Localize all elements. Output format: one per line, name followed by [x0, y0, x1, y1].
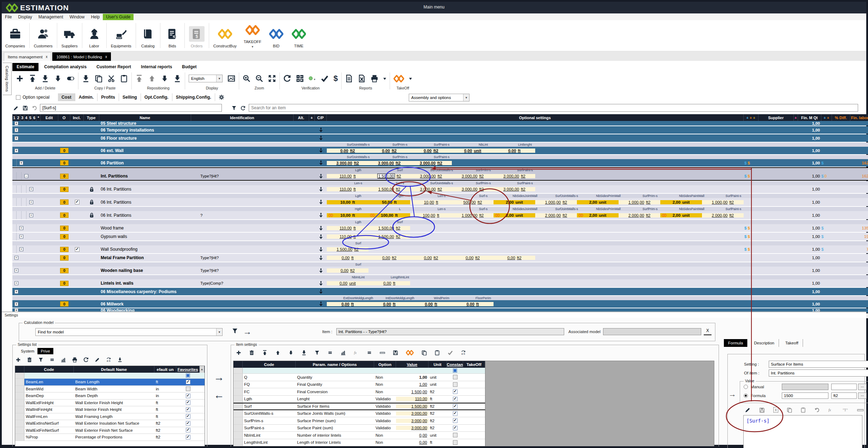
item-identification[interactable] — [191, 300, 294, 308]
item-name[interactable]: Int. Partitions — [99, 172, 191, 180]
value-cell[interactable]: 3 000,00ft2 — [327, 161, 368, 165]
expand-plus-icon[interactable]: + — [14, 121, 18, 125]
item-name[interactable]: 06 Miscellaneous carpentry: Podiums — [99, 288, 191, 295]
value-cell[interactable]: 2,00unit — [494, 213, 535, 217]
grid-col-identification[interactable]: Identification — [191, 114, 294, 121]
value-cell[interactable]: 2 000,00ft2 — [619, 213, 660, 217]
formula-radio[interactable] — [744, 394, 748, 398]
mode-button-shippingconfig[interactable]: Shipping.Config. — [172, 93, 215, 101]
supplier-cell[interactable] — [758, 254, 794, 262]
item-identification[interactable]: Type?|Ht? — [191, 172, 294, 180]
incl-cell[interactable] — [70, 147, 84, 154]
print-icon[interactable] — [72, 356, 77, 363]
tab-budget[interactable]: Budget — [178, 63, 201, 71]
cp-cell[interactable] — [315, 159, 327, 167]
clipboard-icon[interactable] — [120, 75, 128, 82]
apptb-orders[interactable]: Orders — [185, 20, 208, 51]
copy-icon[interactable] — [95, 75, 102, 82]
o-cell[interactable]: 0 — [58, 245, 70, 253]
param-value[interactable]: 110,00 — [396, 397, 429, 401]
item-identification[interactable]: Type?|Ht? — [191, 254, 294, 262]
option-special-checkbox[interactable]: Option special — [16, 95, 49, 100]
group-row[interactable]: +006 Millwork0,00ft0,00ft0,00ft0,00ft1,0… — [12, 300, 868, 308]
settings-row[interactable]: WallExtFinNetSurfWall Exterior Finish Ne… — [15, 427, 205, 434]
row-header[interactable] — [234, 396, 243, 403]
o-cell[interactable]: 0 — [58, 279, 70, 287]
o-cell[interactable]: 0 — [58, 300, 70, 308]
move-bottom-icon[interactable] — [301, 349, 307, 356]
item-setting-row[interactable]: SurfPaint-sSurface Paint (sum)Validatio3… — [234, 425, 485, 432]
expand-icon[interactable] — [268, 75, 276, 82]
value-cell[interactable]: 1 500,00ft2 — [368, 226, 410, 230]
incl-cell[interactable] — [70, 233, 84, 240]
param-value[interactable]: 3 000,00 — [396, 419, 429, 423]
chart-icon[interactable] — [61, 356, 66, 363]
edit-cell[interactable] — [41, 159, 58, 167]
move-top-icon[interactable] — [262, 349, 267, 356]
caret-down-icon[interactable] — [383, 75, 386, 82]
save-icon[interactable] — [393, 349, 398, 356]
paste-down-icon[interactable] — [82, 75, 90, 82]
apptb-labor[interactable]: Labor — [83, 20, 106, 51]
item-row[interactable]: +0Wood frame110,00ft1 500,00ft2$$1,00$13… — [12, 224, 868, 232]
supplier-cell[interactable] — [758, 245, 794, 253]
row-header[interactable] — [15, 413, 24, 420]
expand-icon[interactable]: + — [19, 235, 23, 239]
menu-item-display[interactable]: Display — [15, 14, 35, 20]
settings-row[interactable]: BeamLenBeam Lengthft — [15, 379, 205, 386]
value-cell[interactable]: 2,00unit — [660, 213, 702, 217]
value-cell[interactable]: 3 000,00ft2 — [452, 187, 494, 191]
expand-plus-icon[interactable]: + — [14, 128, 18, 132]
tab-estimate[interactable]: Estimate — [12, 63, 39, 71]
item-name[interactable]: 06 Temporary installations — [99, 126, 191, 134]
o-cell[interactable] — [58, 134, 70, 142]
value-cell[interactable]: 100,00ft — [368, 213, 410, 217]
apptb-catalog[interactable]: Catalog — [137, 20, 159, 51]
save-icon[interactable] — [759, 407, 765, 413]
thick-equals-icon[interactable] — [367, 349, 372, 356]
value-cell[interactable]: 2 000,00ft2 — [535, 213, 577, 217]
fin-m-qt-cell[interactable]: 1,00 — [798, 288, 821, 295]
value-cell[interactable]: 3 000,00ft2 — [410, 187, 452, 191]
fin-m-qt-cell[interactable]: 1,00 — [798, 185, 821, 193]
grid-col-right[interactable]: Supplier — [758, 114, 794, 121]
edit-cell[interactable] — [41, 233, 58, 240]
chevron-down-icon[interactable]: ▼ — [216, 328, 222, 336]
group-row[interactable]: +06 Floor structure1,00 — [12, 134, 868, 142]
o-cell[interactable]: 0 — [58, 147, 70, 154]
option-badge[interactable]: 0 — [60, 255, 69, 261]
checkbox-icon[interactable] — [16, 95, 20, 100]
item-field[interactable]: Int. Partitions - - Type?|Ht? — [336, 328, 564, 335]
item-name[interactable]: 06 ext. Wall — [99, 147, 191, 154]
value-cell[interactable]: 1 000,00ft2 — [619, 200, 660, 204]
grid-col-right[interactable]: + — [794, 114, 798, 121]
incl-cell[interactable] — [70, 126, 84, 134]
tab-takeoff[interactable]: Takeoff — [781, 339, 803, 347]
chart-icon[interactable] — [341, 349, 346, 356]
expand-plus-icon[interactable]: + — [14, 290, 18, 293]
tab-internal-reports[interactable]: Internal reports — [137, 63, 176, 71]
filter-row[interactable] — [234, 368, 485, 374]
status-dot-icon[interactable]: ▼ — [309, 75, 316, 82]
group-row[interactable]: +06 Miscellaneous carpentry: Podiums1,00 — [12, 288, 868, 295]
value-cell[interactable]: 0,00ft2 — [410, 256, 452, 260]
option-badge[interactable]: 0 — [60, 301, 69, 307]
option-badge[interactable]: 0 — [60, 281, 69, 286]
toggle-icon[interactable] — [67, 75, 75, 82]
move-top-icon[interactable] — [135, 75, 143, 82]
formula-input[interactable] — [40, 104, 222, 112]
value-cell[interactable]: 3 000,00ft2 — [410, 174, 452, 178]
value-cell[interactable]: 1 000,00ft2 — [535, 200, 577, 204]
item-setting-row[interactable]: FQFinal QuantityNon1,00unit — [234, 381, 485, 389]
incl-cell[interactable] — [70, 224, 84, 232]
mode-button-profits[interactable]: Profits — [98, 93, 119, 101]
incl-cell[interactable] — [70, 288, 84, 295]
formula-value-field[interactable]: 1500 — [782, 392, 828, 399]
supplier-cell[interactable] — [758, 300, 794, 308]
value-cell[interactable]: 500,00ft2 — [452, 200, 494, 204]
setting-fav[interactable] — [176, 414, 200, 419]
fx-icon[interactable] — [354, 349, 359, 356]
o-cell[interactable]: 0 — [58, 233, 70, 240]
incl-cell[interactable] — [70, 279, 84, 287]
col-value[interactable]: Value — [396, 361, 429, 368]
